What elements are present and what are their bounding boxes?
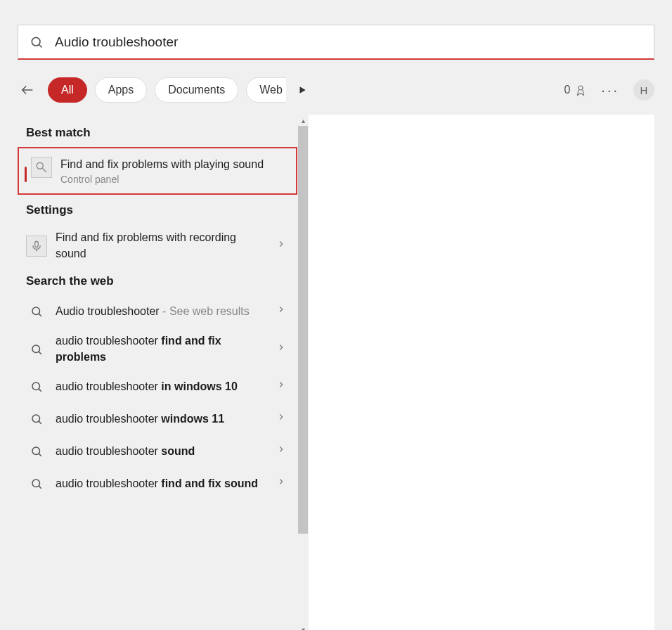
right-tools: 0 ··· H	[564, 79, 654, 101]
avatar[interactable]: H	[633, 79, 654, 101]
svg-point-11	[32, 345, 40, 353]
web-result[interactable]: audio troubleshooter sound	[18, 435, 297, 468]
web-result[interactable]: audio troubleshooter find and fix sound	[18, 468, 297, 500]
search-icon	[28, 34, 45, 51]
section-best-match: Best match	[26, 126, 289, 140]
svg-marker-3	[299, 86, 305, 93]
search-icon	[26, 441, 47, 462]
web-result-title: audio troubleshooter windows 11	[56, 411, 268, 427]
web-result[interactable]: audio troubleshooter in windows 10	[18, 371, 297, 403]
svg-line-12	[39, 352, 41, 354]
search-icon	[26, 376, 47, 397]
best-match-title: Find and fix problems with playing sound	[60, 157, 266, 172]
preview-panel	[309, 115, 654, 630]
svg-line-18	[39, 454, 41, 456]
filter-tabs: All Apps Documents Web Settings People F…	[48, 77, 286, 103]
chevron-right-icon	[276, 342, 290, 356]
web-result[interactable]: Audio troubleshooter - See web results	[18, 295, 297, 328]
filters-scroll-right-button[interactable]	[294, 82, 311, 98]
scroll-up-button[interactable]: ▴	[297, 115, 309, 126]
svg-point-15	[32, 415, 40, 423]
settings-result[interactable]: Find and fix problems with recording sou…	[18, 224, 297, 267]
svg-line-16	[39, 421, 41, 423]
search-icon	[26, 409, 47, 430]
filter-tab-all[interactable]: All	[48, 77, 87, 103]
more-options-button[interactable]: ···	[601, 82, 619, 98]
web-result-title: audio troubleshooter sound	[56, 444, 268, 459]
best-match-subtitle: Control panel	[60, 174, 266, 185]
svg-point-5	[37, 162, 43, 169]
section-web: Search the web	[26, 274, 289, 288]
scroll-thumb[interactable]	[298, 126, 308, 534]
scrollbar[interactable]: ▴ ▾	[297, 115, 309, 630]
settings-result-title: Find and fix problems with recording sou…	[56, 230, 268, 262]
web-result-title: audio troubleshooter find and fix proble…	[56, 333, 268, 365]
filter-tab-documents[interactable]: Documents	[155, 77, 238, 103]
svg-point-19	[32, 480, 40, 487]
avatar-initial: H	[640, 84, 648, 96]
svg-line-10	[39, 314, 41, 316]
web-result-title: audio troubleshooter find and fix sound	[56, 476, 268, 491]
chevron-right-icon	[276, 304, 290, 319]
svg-point-9	[32, 307, 40, 315]
svg-line-1	[39, 44, 42, 47]
search-bar	[18, 25, 654, 60]
scroll-down-button[interactable]: ▾	[297, 624, 309, 630]
chevron-right-icon	[276, 477, 290, 491]
svg-line-20	[39, 486, 41, 488]
svg-rect-7	[35, 241, 39, 247]
rewards-indicator[interactable]: 0	[564, 84, 587, 96]
svg-point-17	[32, 447, 40, 455]
web-result-title: audio troubleshooter in windows 10	[56, 379, 268, 394]
web-result-title: Audio troubleshooter - See web results	[56, 304, 268, 319]
best-match-result[interactable]: Find and fix problems with playing sound…	[18, 147, 297, 195]
svg-point-4	[579, 86, 583, 90]
search-icon	[26, 301, 47, 322]
rewards-icon	[574, 84, 587, 96]
mic-troubleshooter-icon	[26, 236, 47, 257]
chevron-right-icon	[276, 380, 290, 394]
search-icon	[26, 473, 47, 494]
rewards-count: 0	[564, 84, 570, 96]
chevron-right-icon	[276, 239, 290, 253]
troubleshooter-icon	[31, 157, 52, 178]
svg-point-13	[32, 382, 40, 390]
chevron-right-icon	[276, 444, 290, 458]
web-result[interactable]: audio troubleshooter find and fix proble…	[18, 328, 297, 371]
search-icon	[26, 339, 47, 360]
chevron-right-icon	[276, 412, 290, 426]
section-settings: Settings	[26, 203, 289, 217]
results-panel: Best match Find and fix problems with pl…	[18, 115, 297, 630]
scroll-track[interactable]	[297, 126, 309, 624]
svg-line-6	[43, 169, 46, 172]
filter-tab-apps[interactable]: Apps	[95, 77, 147, 103]
svg-point-0	[32, 37, 40, 46]
selection-marker	[25, 167, 27, 182]
back-button[interactable]	[18, 80, 37, 100]
filter-row: All Apps Documents Web Settings People F…	[18, 74, 654, 106]
web-result[interactable]: audio troubleshooter windows 11	[18, 403, 297, 435]
search-input[interactable]	[55, 34, 654, 50]
svg-line-14	[39, 389, 41, 391]
filter-tab-web[interactable]: Web	[246, 77, 286, 103]
